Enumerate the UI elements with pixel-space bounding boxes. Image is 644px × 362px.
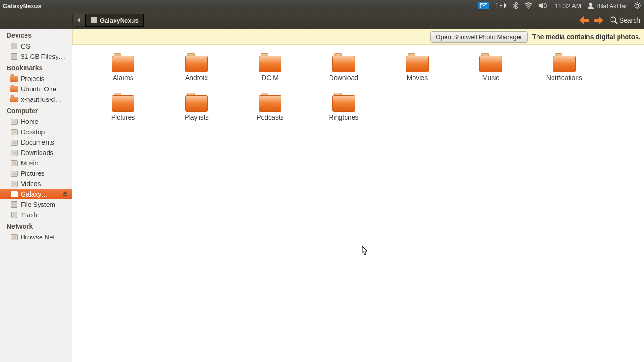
- special-icon: [10, 118, 18, 125]
- disk-icon: [10, 53, 18, 60]
- sidebar-item-label: Music: [21, 159, 38, 167]
- sidebar-item-home[interactable]: Home: [0, 116, 72, 127]
- sidebar-item-browse-net-[interactable]: Browse Net…: [0, 232, 72, 242]
- sidebar-item-file-system[interactable]: File System: [0, 199, 72, 210]
- folder-label: Ringtones: [329, 114, 358, 121]
- sidebar-item-label: x-nautilus-d…: [21, 96, 61, 103]
- icon-view[interactable]: AlarmsAndroidDCIMDownloadMoviesMusicNoti…: [72, 45, 644, 362]
- folder-label: Download: [329, 74, 358, 82]
- toolbar: GalaxyNexus Search: [0, 11, 644, 29]
- search-button[interactable]: Search: [610, 16, 640, 24]
- nav-back-button[interactable]: [579, 16, 589, 24]
- sidebar-item-label: Videos: [21, 180, 41, 188]
- svg-line-15: [615, 22, 617, 24]
- nav-forward-button[interactable]: [594, 16, 603, 24]
- sidebar-item-label: Browse Net…: [21, 233, 61, 241]
- folder-label: Alarms: [113, 74, 133, 82]
- svg-line-12: [639, 3, 640, 4]
- sidebar-heading: Computer: [0, 105, 72, 116]
- special-icon: [10, 170, 18, 177]
- eject-icon[interactable]: [62, 190, 68, 198]
- folder-playlists[interactable]: Playlists: [160, 93, 233, 132]
- folder-icon: [259, 53, 281, 72]
- sidebar-item-os[interactable]: OS: [0, 41, 72, 51]
- gear-icon: [634, 2, 641, 9]
- folder-pictures[interactable]: Pictures: [86, 93, 160, 132]
- folder-label: Playlists: [184, 114, 208, 121]
- window-title: GalaxyNexus: [3, 2, 41, 9]
- messaging-indicator[interactable]: [478, 2, 489, 9]
- special-icon: [10, 128, 18, 136]
- folder-notifications[interactable]: Notifications: [528, 53, 601, 93]
- folder-icon: [406, 53, 429, 72]
- folder-movies[interactable]: Movies: [380, 53, 454, 93]
- folder-label: Podcasts: [256, 114, 284, 121]
- folder-music[interactable]: Music: [454, 53, 528, 93]
- sidebar-item-pictures[interactable]: Pictures: [0, 168, 72, 179]
- svg-line-10: [639, 8, 640, 8]
- location-breadcrumb[interactable]: GalaxyNexus: [85, 14, 144, 27]
- user-icon: [588, 2, 594, 9]
- folder-podcasts[interactable]: Podcasts: [233, 93, 307, 132]
- folder-icon: [10, 96, 18, 103]
- sidebar-item-label: File System: [21, 201, 55, 208]
- folder-dcim[interactable]: DCIM: [233, 53, 307, 93]
- sidebar-item-trash[interactable]: Trash: [0, 210, 72, 220]
- info-bar: Open Shotwell Photo Manager The media co…: [72, 29, 644, 45]
- special-icon: [10, 180, 18, 188]
- sidebar-item-downloads[interactable]: Downloads: [0, 148, 72, 158]
- workspace: DevicesOS31 GB Filesy…BookmarksProjectsU…: [0, 11, 644, 362]
- sidebar-item-desktop[interactable]: Desktop: [0, 127, 72, 137]
- folder-icon: [112, 53, 134, 72]
- triangle-left-icon: [77, 18, 81, 23]
- folder-icon: [185, 93, 208, 112]
- folder-label: Pictures: [111, 114, 135, 121]
- sidebar-item-x-nautilus-d-[interactable]: x-nautilus-d…: [0, 94, 72, 105]
- sidebar-item-videos[interactable]: Videos: [0, 179, 72, 189]
- bluetooth-indicator[interactable]: [513, 2, 518, 9]
- search-label: Search: [619, 16, 640, 24]
- sidebar-item-label: Projects: [21, 75, 45, 82]
- sidebar-item-label: Desktop: [21, 128, 45, 136]
- sound-indicator[interactable]: [539, 2, 548, 9]
- svg-point-3: [589, 3, 592, 6]
- sidebar-item-31-gb-filesy-[interactable]: 31 GB Filesy…: [0, 51, 72, 62]
- trash-icon: [10, 211, 18, 219]
- folder-android[interactable]: Android: [160, 53, 233, 93]
- sidebar-item-projects[interactable]: Projects: [0, 74, 72, 84]
- shotwell-button[interactable]: Open Shotwell Photo Manager: [430, 31, 528, 43]
- sidebar-item-galaxy-[interactable]: Galaxy…: [0, 189, 72, 199]
- clock[interactable]: 11:32 AM: [554, 2, 581, 9]
- folder-label: Music: [482, 74, 500, 82]
- battery-indicator[interactable]: [496, 3, 506, 8]
- system-menu[interactable]: [634, 2, 641, 9]
- folder-label: Movies: [407, 74, 428, 82]
- battery-icon: [496, 3, 506, 8]
- folder-icon: [332, 53, 355, 72]
- sidebar-item-label: Pictures: [21, 170, 45, 177]
- folder-alarms[interactable]: Alarms: [86, 53, 160, 93]
- sidebar-item-ubuntu-one[interactable]: Ubuntu One: [0, 84, 72, 94]
- sidebar-item-label: Downloads: [21, 149, 53, 156]
- folder-ringtones[interactable]: Ringtones: [307, 93, 380, 132]
- folder-label: Notifications: [546, 74, 582, 82]
- user-menu[interactable]: Bilal Akhtar: [588, 2, 627, 9]
- sidebar-item-music[interactable]: Music: [0, 158, 72, 168]
- device-icon: [91, 17, 97, 23]
- special-icon: [10, 159, 18, 167]
- sidebar-item-documents[interactable]: Documents: [0, 137, 72, 148]
- svg-line-11: [635, 8, 636, 8]
- network-indicator[interactable]: [524, 2, 533, 9]
- wifi-icon: [524, 2, 533, 9]
- folder-download[interactable]: Download: [307, 53, 380, 93]
- content-pane: Open Shotwell Photo Manager The media co…: [72, 11, 644, 362]
- info-bar-message: The media contains digital photos.: [532, 33, 641, 41]
- sidebar-item-label: 31 GB Filesy…: [21, 53, 65, 60]
- special-icon: [10, 149, 18, 156]
- path-back-button[interactable]: [72, 14, 85, 27]
- breadcrumb-label: GalaxyNexus: [100, 17, 139, 24]
- mail-icon: [478, 2, 489, 9]
- disk-icon: [10, 201, 18, 208]
- svg-rect-1: [505, 4, 506, 7]
- user-name: Bilal Akhtar: [596, 2, 627, 9]
